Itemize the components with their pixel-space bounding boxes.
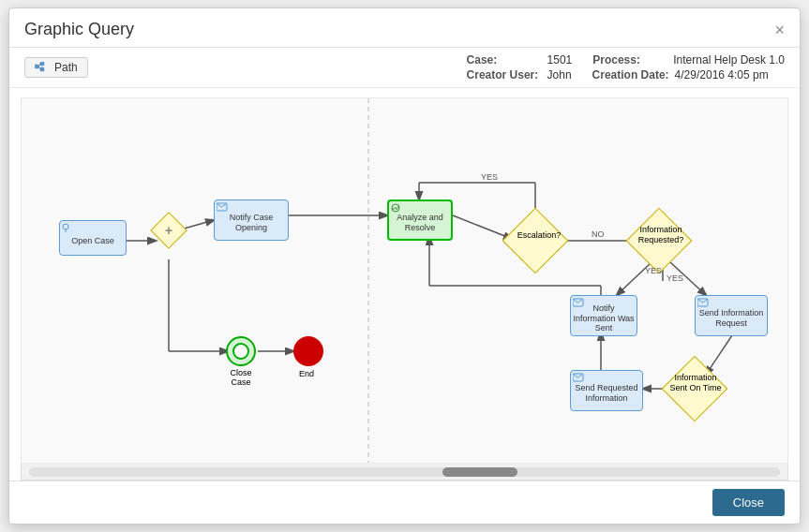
creation-date-label: Creation Date: xyxy=(592,68,669,81)
case-label: Case: xyxy=(467,53,542,66)
case-value: 1501 xyxy=(547,53,573,66)
creation-date-value: 4/29/2016 4:05 pm xyxy=(675,68,769,81)
case-info-group: Case: 1501 Process: Internal Help Desk 1… xyxy=(467,53,785,81)
svg-text:NO: NO xyxy=(592,229,605,239)
task-icon-open-case xyxy=(62,223,73,232)
svg-line-33 xyxy=(222,203,228,207)
dialog-close-x-button[interactable]: × xyxy=(774,22,785,38)
send-requested-info-node: Send Requested Information xyxy=(570,370,643,411)
graphic-query-dialog: Graphic Query × Path Case: 1501 Process:… xyxy=(8,7,801,525)
plus-gateway-node: + xyxy=(156,217,182,244)
svg-line-43 xyxy=(578,374,584,377)
scrollbar-track xyxy=(29,467,780,477)
svg-rect-1 xyxy=(40,62,44,66)
info-bar: Path Case: 1501 Process: Internal Help D… xyxy=(9,48,800,88)
notify-info-sent-node: Notify Information Was Sent xyxy=(570,295,637,336)
end-event-node: End xyxy=(293,336,323,366)
task-icon-send-info xyxy=(697,298,709,307)
path-icon xyxy=(35,62,50,73)
task-icon-send-req xyxy=(573,373,584,382)
process-value: Internal Help Desk 1.0 xyxy=(673,53,785,66)
svg-line-39 xyxy=(697,299,703,303)
path-button[interactable]: Path xyxy=(24,57,88,78)
dialog-header: Graphic Query × xyxy=(9,8,800,48)
task-icon-analyze xyxy=(391,203,402,213)
path-label: Path xyxy=(54,61,78,74)
scrollbar-thumb[interactable] xyxy=(442,467,517,477)
analyze-resolve-node: Analyze and Resolve xyxy=(387,200,453,241)
info-fields: Case: 1501 Process: Internal Help Desk 1… xyxy=(467,53,785,81)
notify-case-node: Notify Case Opening xyxy=(214,200,289,241)
svg-line-20 xyxy=(706,332,734,375)
svg-text:YES: YES xyxy=(481,172,498,182)
svg-line-36 xyxy=(573,299,578,303)
svg-text:YES: YES xyxy=(667,273,683,283)
dialog-title: Graphic Query xyxy=(24,20,134,39)
horizontal-scrollbar[interactable] xyxy=(21,464,788,480)
task-icon-notify-case xyxy=(217,202,228,212)
close-button[interactable]: Close xyxy=(712,489,785,516)
diagram-area: NO YES YES xyxy=(21,97,788,464)
svg-line-3 xyxy=(38,64,40,66)
svg-line-37 xyxy=(578,299,584,303)
creator-value: John xyxy=(547,68,572,81)
svg-line-18 xyxy=(670,262,706,295)
svg-line-9 xyxy=(453,215,512,239)
svg-line-4 xyxy=(38,66,40,69)
svg-rect-0 xyxy=(35,65,38,68)
diagram-canvas: NO YES YES xyxy=(22,98,788,454)
process-label: Process: xyxy=(592,53,667,66)
dialog-footer: Close xyxy=(9,480,800,524)
task-icon-notify-info xyxy=(573,298,584,307)
creator-label: Creator User: xyxy=(467,68,542,81)
svg-line-40 xyxy=(703,299,709,303)
svg-line-32 xyxy=(217,203,222,207)
svg-line-42 xyxy=(573,374,578,377)
svg-rect-2 xyxy=(40,67,44,71)
close-case-node: Close Case xyxy=(226,336,256,366)
open-case-label: Open Case xyxy=(71,230,114,245)
svg-point-29 xyxy=(63,224,68,229)
send-info-request-node: Send Information Request xyxy=(695,295,768,336)
open-case-node: Open Case xyxy=(59,220,127,256)
